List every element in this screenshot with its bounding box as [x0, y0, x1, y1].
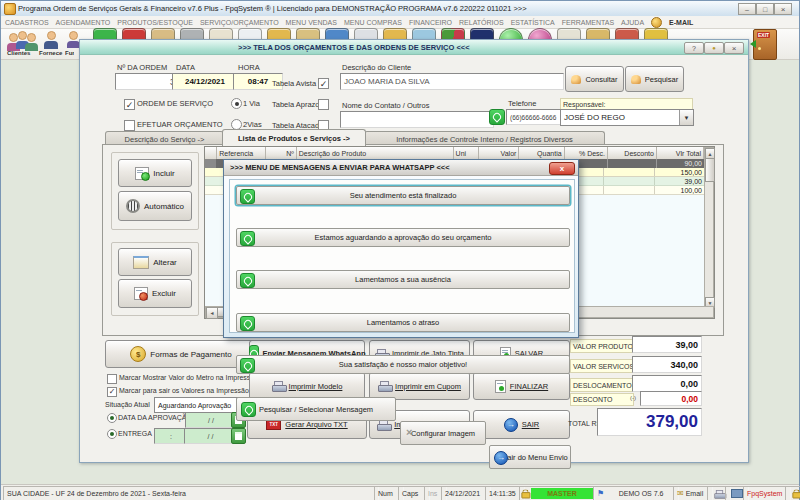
clientes-icon[interactable] — [7, 31, 37, 48]
funcionarios-icon[interactable] — [67, 31, 79, 48]
msg-atendimento-finalizado[interactable]: Seu atendimento está finalizado — [236, 186, 570, 205]
desconto-value: 0,00 — [640, 391, 702, 406]
vscroll-thumb[interactable] — [705, 158, 715, 182]
os-help-button[interactable]: ? — [684, 42, 704, 54]
maximize-button[interactable]: □ — [756, 3, 774, 15]
date-field[interactable]: 24/12/2021 — [172, 73, 238, 90]
desconto-label: DESCONTO — [570, 393, 634, 406]
status-demo: ⚑ DEMO OS 7.6 — [593, 486, 679, 500]
excluir-button[interactable]: Excluir — [118, 279, 192, 308]
chevron-down-icon: ▼ — [679, 110, 693, 125]
whatsapp-icon — [240, 316, 255, 331]
menu-email[interactable]: E-MAIL — [669, 18, 693, 27]
alterar-button[interactable]: Alterar — [118, 248, 192, 276]
sair-valores-checkbox[interactable]: ✓ — [107, 387, 117, 397]
coin-icon: $ — [130, 346, 146, 362]
mostrar-metro-label: Marcar Mostrar Valor do Metro na Impress… — [119, 373, 258, 382]
email-menu-icon — [651, 17, 662, 28]
cliente-field[interactable]: JOAO MARIA DA SILVA — [340, 73, 564, 90]
consultar-button[interactable]: Consultar — [565, 66, 624, 92]
menu-produtos-estoque[interactable]: PRODUTOS/ESTOQUE — [117, 18, 193, 27]
status-date: 24/12/2021 — [441, 486, 491, 500]
menu-vendas[interactable]: MENU VENDAS — [286, 18, 337, 27]
formas-pagamento-button[interactable]: $ Formas de Pagamento — [105, 340, 257, 368]
pesquisar-icon — [631, 75, 641, 84]
col-referencia[interactable]: Referencia — [217, 147, 266, 159]
col-desc-pct[interactable]: % Desc. — [565, 147, 608, 159]
imprimir-modelo-button[interactable]: Imprimir Modelo — [249, 372, 365, 400]
fornecedores-icon[interactable] — [43, 31, 59, 48]
exit-icon[interactable]: EXIT — [753, 29, 777, 60]
whatsapp-dialog: >>> MENU DE MENSAGENS A ENVIAR PARA WHAT… — [223, 159, 579, 338]
entrega-date-field[interactable]: / / — [184, 428, 237, 444]
imprimir-cupom-button[interactable]: Imprimir em Cupom — [369, 372, 470, 400]
dialog-close-button[interactable]: x — [549, 162, 575, 175]
configure-image-icon: × — [406, 426, 412, 439]
sair-menu-envio-button[interactable]: → Sair do Menu Envio — [489, 445, 571, 469]
col-valor[interactable]: Valor — [479, 147, 520, 159]
menu-compras[interactable]: MENU COMPRAS — [344, 18, 402, 27]
via1-label: 1 Via — [243, 99, 260, 108]
whatsapp-icon — [240, 358, 255, 373]
date-label: DATA — [176, 63, 195, 72]
grid-vscrollbar[interactable]: ▲ ▼ — [704, 147, 714, 306]
incluir-button[interactable]: Incluir — [118, 159, 192, 187]
col-desconto[interactable]: Desconto — [608, 147, 657, 159]
pesquisar-mensagem-button[interactable]: Pesquisar / Selecionar Mensagem — [236, 397, 396, 421]
menu-ferramentas[interactable]: FERRAMENTAS — [562, 18, 614, 27]
menu-cadastros[interactable]: CADASTROS — [5, 18, 49, 27]
via1-radio[interactable] — [231, 98, 242, 109]
lock-icon — [792, 489, 799, 497]
ordem-servico-checkbox[interactable]: ✓ — [124, 99, 135, 110]
dialog-title: >>> MENU DE MENSAGENS A ENVIAR PARA WHAT… — [230, 163, 450, 172]
entrega-time-field[interactable]: : — [154, 428, 188, 444]
pesquisar-button[interactable]: Pesquisar — [625, 66, 684, 92]
contato-field[interactable] — [340, 111, 494, 128]
whatsapp-phone-icon[interactable] — [489, 109, 505, 125]
automatico-button[interactable]: Automático — [118, 191, 192, 221]
titlebar: Programa Ordem de Serviços Gerais & Fina… — [1, 1, 799, 17]
menu-relatorios[interactable]: RELATÓRIOS — [459, 18, 504, 27]
menu-agendamento[interactable]: AGENDAMENTO — [56, 18, 111, 27]
menu-ajuda[interactable]: AJUDA — [621, 18, 644, 27]
menu-financeiro[interactable]: FINANCEIRO — [409, 18, 452, 27]
col-numero[interactable]: Nº — [266, 147, 297, 159]
col-quantia[interactable]: Quantia — [519, 147, 564, 159]
printer-icon — [272, 381, 285, 391]
entrega-radio[interactable] — [107, 429, 117, 439]
aprovacao-date-field[interactable]: / / — [185, 412, 237, 428]
configurar-imagem-button[interactable]: × Configurar Imagem — [400, 421, 486, 445]
responsavel-combo[interactable]: JOSÉ DO REGO▼ — [560, 109, 694, 126]
order-number-field[interactable]: 3 — [115, 73, 179, 90]
data-aprovacao-radio[interactable] — [107, 413, 117, 423]
msg-lamentamos-atraso[interactable]: Lamentamos o atraso — [236, 313, 570, 332]
status-master-segment: MASTER — [519, 486, 595, 500]
total-value: 379,00 — [597, 408, 702, 436]
os-close-button[interactable]: × — [724, 42, 744, 54]
printer-icon — [377, 420, 390, 430]
menu-estatistica[interactable]: ESTATÍSTICA — [511, 18, 555, 27]
col-uni[interactable]: Uni — [454, 147, 479, 159]
col-descricao[interactable]: Descrição do Produto — [297, 147, 454, 159]
telefone-field[interactable]: (66)66666-6666 — [506, 109, 567, 125]
os-minimize-button[interactable]: ● — [704, 42, 724, 54]
msg-lamentamos-ausencia[interactable]: Lamentamos a sua ausência — [236, 270, 570, 289]
mostrar-metro-checkbox[interactable] — [107, 374, 117, 384]
menu-servico-orcamento[interactable]: SERVIÇO/ORÇAMENTO — [200, 18, 279, 27]
desconto-minus: (-) — [630, 394, 636, 403]
msg-aguardando-aprovacao[interactable]: Estamos aguardando a aprovação do seu or… — [236, 228, 570, 247]
finalizar-button[interactable]: FINALIZAR — [473, 372, 570, 400]
msg-satisfacao-objetivo[interactable]: Sua satisfação é nosso maior objetivo! — [236, 355, 570, 374]
tab-lista-produtos[interactable]: Lista de Produtos e Serviços -> — [222, 129, 366, 146]
efetuar-orcamento-checkbox[interactable] — [124, 120, 135, 131]
minimize-button[interactable]: – — [738, 3, 756, 15]
col-vlr-total[interactable]: Vlr Total — [657, 147, 704, 159]
alterar-icon — [133, 256, 149, 269]
entrega-calendar-icon[interactable] — [231, 428, 246, 444]
tabela-aprazo-checkbox[interactable] — [318, 99, 329, 110]
excluir-icon — [134, 287, 148, 300]
cliente-label: Descrição do Cliente — [342, 63, 411, 72]
sair-button[interactable]: → SAIR — [473, 410, 570, 439]
tabela-avista-checkbox[interactable]: ✓ — [318, 78, 329, 89]
close-button[interactable]: × — [774, 3, 792, 15]
